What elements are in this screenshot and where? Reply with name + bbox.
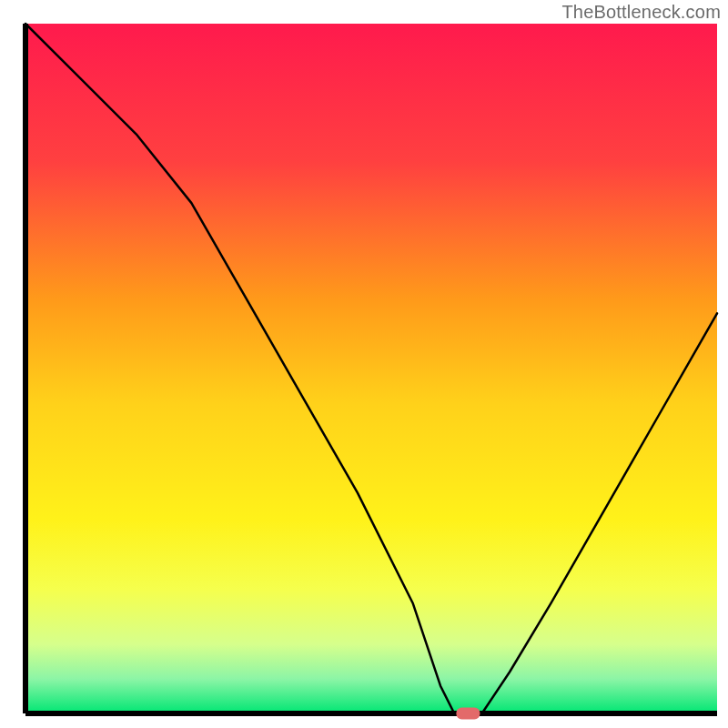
bottleneck-chart — [0, 0, 728, 728]
chart-container: TheBottleneck.com — [0, 0, 728, 728]
watermark-text: TheBottleneck.com — [561, 2, 721, 23]
minimum-marker — [456, 708, 480, 720]
